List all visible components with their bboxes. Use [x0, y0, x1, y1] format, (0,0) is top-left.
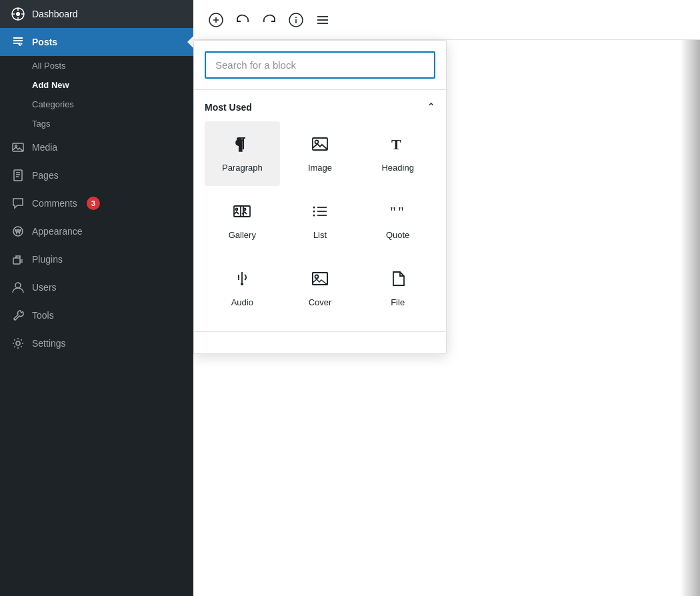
svg-point-29: [315, 141, 318, 144]
sidebar-item-label-media: Media: [32, 142, 57, 153]
sidebar-item-pages[interactable]: Pages: [0, 161, 193, 189]
block-inserter-panel: Most Used ⌃ ¶ Paragraph: [193, 40, 447, 354]
svg-point-40: [313, 215, 315, 217]
plugins-icon: [11, 252, 25, 267]
sidebar-item-settings[interactable]: Settings: [0, 329, 193, 357]
editor-toolbar: [193, 0, 700, 40]
main-content: Most Used ⌃ ¶ Paragraph: [193, 0, 700, 596]
block-item-gallery[interactable]: Gallery: [205, 189, 280, 253]
svg-text:T: T: [391, 136, 401, 153]
svg-text:¶: ¶: [236, 136, 243, 153]
svg-point-38: [313, 207, 315, 209]
block-label-quote: Quote: [386, 230, 409, 240]
svg-rect-31: [234, 206, 243, 217]
gallery-icon: [233, 202, 251, 223]
block-item-quote[interactable]: " " Quote: [360, 189, 435, 253]
bottom-divider: [194, 331, 446, 332]
sidebar-item-dashboard[interactable]: Dashboard: [0, 0, 193, 28]
image-icon: [311, 135, 329, 156]
sidebar-item-plugins[interactable]: Plugins: [0, 245, 193, 273]
sidebar-item-posts[interactable]: Posts: [0, 28, 193, 56]
sidebar-subitem-label-categories: Categories: [32, 99, 74, 109]
heading-icon: T: [389, 135, 407, 156]
menu-button[interactable]: [311, 8, 335, 32]
svg-point-1: [16, 12, 20, 16]
collapse-section-button[interactable]: ⌃: [427, 101, 435, 113]
comments-badge: 3: [87, 197, 100, 210]
sidebar-item-comments[interactable]: Comments 3: [0, 189, 193, 217]
sidebar-subitem-label-all-posts: All Posts: [32, 61, 66, 71]
block-grid: ¶ Paragraph Image: [194, 121, 446, 321]
svg-point-16: [15, 283, 21, 288]
block-label-gallery: Gallery: [229, 230, 256, 240]
svg-rect-8: [14, 170, 22, 181]
block-label-audio: Audio: [231, 297, 253, 307]
dashboard-icon: [11, 7, 25, 21]
sidebar-subitem-label-tags: Tags: [32, 119, 50, 129]
most-used-title: Most Used: [205, 102, 252, 113]
svg-text:": ": [398, 203, 404, 220]
sidebar-item-label-settings: Settings: [32, 338, 66, 349]
sidebar-item-label-dashboard: Dashboard: [32, 9, 78, 19]
sidebar-item-label-pages: Pages: [32, 170, 59, 181]
block-label-cover: Cover: [309, 297, 332, 307]
audio-icon: [233, 269, 251, 291]
appearance-icon: [11, 224, 25, 239]
pages-icon: [11, 168, 25, 183]
svg-rect-13: [13, 258, 20, 264]
sidebar-item-label-users: Users: [32, 282, 57, 293]
sidebar-item-label-comments: Comments: [32, 198, 77, 209]
cover-icon: [311, 269, 329, 291]
most-used-header: Most Used ⌃: [194, 101, 446, 121]
block-item-image[interactable]: Image: [283, 121, 358, 186]
media-icon: [11, 140, 25, 155]
redo-button[interactable]: [257, 8, 281, 32]
settings-icon: [11, 336, 25, 351]
svg-point-33: [236, 209, 238, 211]
svg-rect-32: [241, 206, 250, 217]
block-label-paragraph: Paragraph: [222, 163, 263, 173]
sidebar-subitem-categories[interactable]: Categories: [0, 95, 193, 114]
svg-point-46: [315, 275, 318, 279]
sidebar-item-tools[interactable]: Tools: [0, 301, 193, 329]
block-item-paragraph[interactable]: ¶ Paragraph: [205, 121, 280, 186]
block-item-cover[interactable]: Cover: [283, 256, 358, 321]
sidebar-item-appearance[interactable]: Appearance: [0, 217, 193, 245]
block-item-audio[interactable]: Audio: [205, 256, 280, 321]
dark-edge: [680, 40, 700, 596]
add-block-button[interactable]: [204, 8, 228, 32]
list-icon: [311, 202, 329, 223]
section-divider: [194, 89, 446, 90]
block-item-heading[interactable]: T Heading: [360, 121, 435, 186]
block-item-list[interactable]: List: [283, 189, 358, 253]
sidebar-item-users[interactable]: Users: [0, 273, 193, 301]
sidebar-item-label-appearance: Appearance: [32, 226, 83, 237]
undo-button[interactable]: [231, 8, 255, 32]
block-label-heading: Heading: [381, 163, 413, 173]
sidebar-subitem-all-posts[interactable]: All Posts: [0, 56, 193, 75]
sidebar-item-label-plugins: Plugins: [32, 254, 63, 265]
sidebar-item-media[interactable]: Media: [0, 133, 193, 161]
sidebar-subitem-tags[interactable]: Tags: [0, 114, 193, 133]
posts-icon: [11, 35, 25, 49]
block-label-list: List: [313, 230, 327, 240]
tools-icon: [11, 308, 25, 323]
block-item-file[interactable]: File: [360, 256, 435, 321]
svg-point-17: [16, 341, 20, 345]
sidebar-subitem-add-new[interactable]: Add New: [0, 75, 193, 95]
svg-text:": ": [390, 203, 396, 220]
sidebar: Dashboard Posts All Posts Add New Catego…: [0, 0, 193, 596]
sidebar-subitem-label-add-new: Add New: [32, 80, 69, 90]
sidebar-item-label-tools: Tools: [32, 310, 54, 321]
block-label-image: Image: [308, 163, 332, 173]
comments-icon: [11, 196, 25, 211]
paragraph-icon: ¶: [233, 135, 251, 156]
info-button[interactable]: [284, 8, 308, 32]
users-icon: [11, 280, 25, 295]
quote-icon: " ": [389, 202, 407, 223]
block-label-file: File: [391, 297, 405, 307]
file-icon: [389, 269, 407, 291]
svg-point-39: [313, 211, 315, 213]
sidebar-item-label-posts: Posts: [32, 37, 57, 47]
search-block-input[interactable]: [205, 51, 435, 79]
